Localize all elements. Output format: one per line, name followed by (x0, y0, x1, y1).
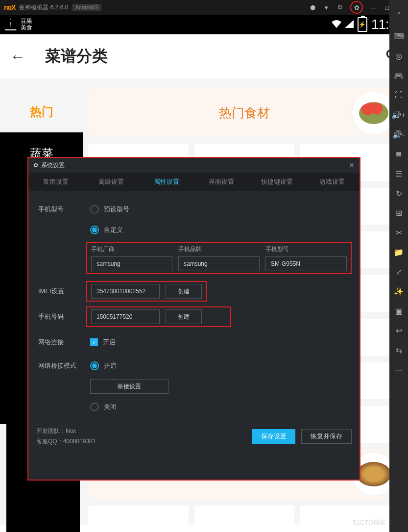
highlight-box-imei: 创建 (86, 281, 207, 302)
chevron-left-icon[interactable]: « (390, 3, 408, 23)
label-model: 手机型号 (265, 245, 347, 253)
tab-shortcut[interactable]: 快捷键设置 (249, 173, 305, 191)
battery-icon: ⚡ (358, 17, 367, 32)
app-header: ← 菜谱分类 (0, 34, 408, 78)
team-label: 开发团队： (36, 428, 66, 434)
dialog-close-button[interactable]: ✕ (349, 161, 355, 169)
window-titlebar: noX 夜神模拟器 6.2.6.0 Android 5 ⬢ ▾ ⧉ ✿ — □ … (0, 0, 408, 15)
more-icon[interactable]: ⋯ (390, 360, 408, 380)
plus-icon[interactable]: ⧉ (336, 4, 343, 11)
label-network: 网络连接 (36, 338, 90, 347)
imei-input[interactable] (91, 284, 160, 299)
tab-interface[interactable]: 界面设置 (194, 173, 249, 191)
grid-cell[interactable] (194, 506, 295, 532)
volume-down-icon[interactable]: 🔊- (390, 125, 408, 144)
warning-icon: ! (5, 19, 17, 30)
imei-create-button[interactable]: 创建 (166, 284, 202, 299)
save-button[interactable]: 保存设置 (252, 429, 295, 444)
hot-banner[interactable]: 热门食材 (88, 88, 401, 137)
dialog-tabs: 常用设置 高级设置 属性设置 界面设置 快捷键设置 游戏设置 (28, 173, 360, 191)
keyboard-icon[interactable]: ⌨ (390, 26, 408, 46)
radio-custom[interactable] (90, 226, 99, 234)
label-imei: IMEI设置 (36, 287, 90, 296)
network-checkbox[interactable]: ✓ (90, 338, 98, 346)
tab-property[interactable]: 属性设置 (139, 173, 194, 191)
folder-icon[interactable]: 📁 (390, 242, 408, 262)
app-name: 豆果 美食 (21, 18, 32, 31)
shirt-icon[interactable]: ⬢ (309, 4, 316, 11)
android-statusbar: ! 豆果 美食 ⚡ 11:42 (0, 15, 408, 34)
window-title: 夜神模拟器 6.2.6.0 (19, 3, 68, 12)
record-icon[interactable]: ▣ (390, 301, 408, 321)
phone-create-button[interactable]: 创建 (166, 309, 202, 324)
minimize-icon[interactable]: — (370, 4, 377, 11)
radio-preset-label: 预设型号 (104, 205, 129, 214)
radio-bridge-off[interactable] (90, 403, 99, 411)
chevron-down-icon[interactable]: ▾ (323, 4, 330, 11)
screenshot-icon[interactable]: ◙ (390, 144, 408, 164)
tab-general[interactable]: 常用设置 (28, 173, 84, 191)
label-brand: 手机品牌 (178, 245, 260, 253)
settings-dialog: ✿ 系统设置 ✕ 常用设置 高级设置 属性设置 界面设置 快捷键设置 游戏设置 … (27, 157, 360, 481)
team-value: Nox (66, 428, 76, 434)
nox-logo: noX (4, 3, 15, 11)
android-badge: Android 5 (72, 4, 101, 11)
restore-button[interactable]: 恢复并保存 (301, 429, 352, 444)
back-icon[interactable]: ↩ (390, 321, 408, 340)
signal-icon (345, 20, 355, 29)
tab-game[interactable]: 游戏设置 (304, 173, 360, 191)
phone-input[interactable] (91, 309, 160, 324)
manufacturer-input[interactable] (91, 256, 172, 271)
label-bridge-mode: 网络桥接模式 (36, 361, 90, 370)
bridge-off-label: 关闭 (104, 403, 117, 411)
expand-icon[interactable]: ⤢ (390, 262, 408, 281)
apk-icon[interactable]: ⊞ (390, 203, 408, 223)
gamepad-icon[interactable]: 🎮 (390, 66, 408, 85)
watermark: 51CTO博客 (353, 518, 386, 527)
network-on-label: 开启 (103, 338, 116, 347)
swap-icon[interactable]: ⇆ (390, 340, 408, 360)
back-button[interactable]: ← (10, 48, 25, 66)
bridge-settings-button[interactable]: 桥接设置 (90, 379, 168, 394)
brand-input[interactable] (178, 256, 260, 271)
page-title: 菜谱分类 (45, 46, 108, 67)
dialog-body: 手机型号 预设型号 自定义 手机厂商 手机品牌 (28, 191, 360, 451)
highlight-box-phone: 创建 (86, 306, 231, 327)
qq-value: 4008019381 (63, 438, 96, 445)
wifi-icon (331, 20, 342, 29)
label-manufacturer: 手机厂商 (91, 245, 172, 253)
label-phone-model: 手机型号 (36, 205, 90, 214)
highlight-box-device: 手机厂商 手机品牌 手机型号 (86, 242, 352, 274)
radio-custom-label: 自定义 (104, 226, 123, 234)
qq-label: 客服QQ： (36, 438, 63, 445)
fullscreen-icon[interactable]: ⛶ (390, 85, 408, 105)
bridge-on-label: 开启 (104, 361, 117, 370)
settings-highlight: ✿ (350, 1, 363, 14)
shake-icon[interactable]: ✨ (390, 281, 408, 301)
label-phone-number: 手机号码 (36, 312, 90, 321)
dialog-footer: 开发团队：Nox 客服QQ：4008019381 保存设置 恢复并保存 (28, 422, 360, 451)
gear-icon: ✿ (33, 162, 38, 169)
location-icon[interactable]: ◎ (390, 46, 408, 66)
volume-up-icon[interactable]: 🔊+ (390, 105, 408, 125)
dialog-titlebar: ✿ 系统设置 ✕ (28, 158, 360, 173)
model-input[interactable] (265, 256, 347, 271)
radio-preset[interactable] (90, 205, 99, 214)
gear-icon[interactable]: ✿ (353, 4, 360, 11)
sidebar-item-hot[interactable]: 热门 (0, 91, 83, 132)
rotate-icon[interactable]: ↻ (390, 183, 408, 203)
tab-advanced[interactable]: 高级设置 (84, 173, 139, 191)
scissors-icon[interactable]: ✂ (390, 223, 408, 242)
grid-cell[interactable] (88, 506, 189, 532)
right-toolbar: « ⌨ ◎ 🎮 ⛶ 🔊+ 🔊- ◙ ☰ ↻ ⊞ ✂ 📁 ⤢ ✨ ▣ ↩ ⇆ ⋯ (389, 0, 408, 532)
multi-instance-icon[interactable]: ☰ (390, 164, 408, 183)
radio-bridge-on[interactable] (90, 361, 99, 370)
dialog-title: 系统设置 (41, 161, 65, 170)
banner-text: 热门食材 (219, 104, 270, 122)
